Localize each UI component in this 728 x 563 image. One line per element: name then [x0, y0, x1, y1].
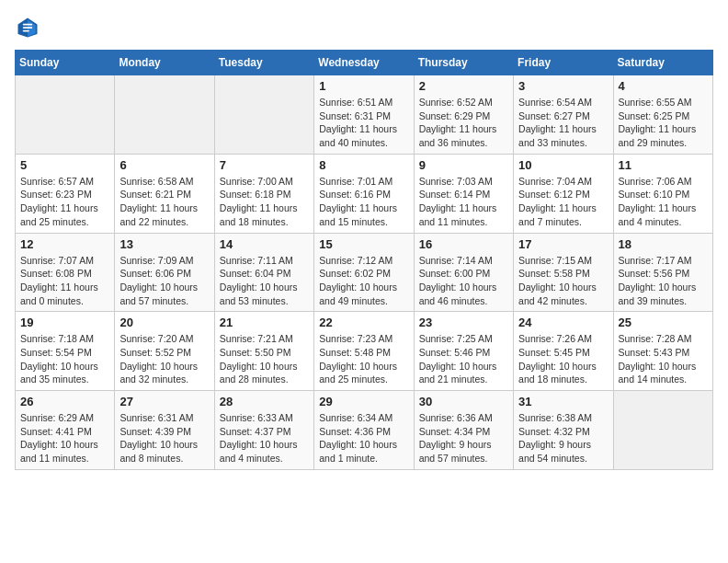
- calendar-cell: 21Sunrise: 7:21 AM Sunset: 5:50 PM Dayli…: [214, 312, 313, 391]
- svg-rect-3: [23, 27, 33, 29]
- weekday-header-row: SundayMondayTuesdayWednesdayThursdayFrid…: [16, 51, 713, 75]
- day-number: 17: [518, 237, 608, 251]
- day-number: 10: [518, 158, 608, 172]
- day-info: Sunrise: 6:54 AM Sunset: 6:27 PM Dayligh…: [518, 96, 608, 150]
- calendar-cell: 22Sunrise: 7:23 AM Sunset: 5:48 PM Dayli…: [314, 312, 414, 391]
- day-number: 19: [20, 316, 109, 329]
- day-number: 18: [619, 237, 708, 251]
- day-info: Sunrise: 6:58 AM Sunset: 6:21 PM Dayligh…: [119, 175, 209, 229]
- day-info: Sunrise: 7:26 AM Sunset: 5:45 PM Dayligh…: [518, 332, 608, 386]
- day-number: 24: [518, 316, 608, 329]
- calendar-cell: 27Sunrise: 6:31 AM Sunset: 4:39 PM Dayli…: [115, 391, 214, 470]
- day-number: 16: [419, 237, 508, 251]
- day-info: Sunrise: 6:51 AM Sunset: 6:31 PM Dayligh…: [319, 96, 408, 150]
- day-number: 28: [220, 395, 309, 408]
- day-number: 1: [319, 79, 408, 93]
- calendar-cell: 3Sunrise: 6:54 AM Sunset: 6:27 PM Daylig…: [514, 75, 613, 155]
- weekday-header-tuesday: Tuesday: [214, 51, 313, 75]
- day-number: 7: [220, 158, 309, 172]
- day-number: 21: [220, 316, 309, 329]
- calendar-cell: 10Sunrise: 7:04 AM Sunset: 6:12 PM Dayli…: [514, 154, 613, 233]
- day-info: Sunrise: 7:17 AM Sunset: 5:56 PM Dayligh…: [619, 254, 708, 308]
- weekday-header-thursday: Thursday: [414, 51, 513, 75]
- calendar-cell: 2Sunrise: 6:52 AM Sunset: 6:29 PM Daylig…: [414, 75, 513, 155]
- calendar-cell: [613, 391, 712, 470]
- day-info: Sunrise: 6:38 AM Sunset: 4:32 PM Dayligh…: [518, 411, 608, 465]
- day-info: Sunrise: 6:57 AM Sunset: 6:23 PM Dayligh…: [20, 175, 109, 229]
- day-info: Sunrise: 7:04 AM Sunset: 6:12 PM Dayligh…: [518, 175, 608, 229]
- day-info: Sunrise: 7:23 AM Sunset: 5:48 PM Dayligh…: [319, 332, 408, 386]
- calendar-cell: 26Sunrise: 6:29 AM Sunset: 4:41 PM Dayli…: [16, 391, 115, 470]
- logo-icon: [15, 15, 40, 40]
- calendar-table: SundayMondayTuesdayWednesdayThursdayFrid…: [15, 50, 713, 470]
- weekday-header-sunday: Sunday: [16, 51, 115, 75]
- calendar-cell: 29Sunrise: 6:34 AM Sunset: 4:36 PM Dayli…: [314, 391, 414, 470]
- day-info: Sunrise: 6:33 AM Sunset: 4:37 PM Dayligh…: [220, 411, 309, 465]
- day-info: Sunrise: 6:29 AM Sunset: 4:41 PM Dayligh…: [20, 411, 109, 465]
- day-info: Sunrise: 7:00 AM Sunset: 6:18 PM Dayligh…: [220, 175, 309, 229]
- weekday-header-saturday: Saturday: [613, 51, 712, 75]
- day-info: Sunrise: 6:31 AM Sunset: 4:39 PM Dayligh…: [119, 411, 209, 465]
- day-number: 5: [20, 158, 109, 172]
- weekday-header-monday: Monday: [115, 51, 214, 75]
- day-number: 30: [419, 395, 508, 408]
- calendar-week-row: 19Sunrise: 7:18 AM Sunset: 5:54 PM Dayli…: [16, 312, 713, 391]
- calendar-week-row: 26Sunrise: 6:29 AM Sunset: 4:41 PM Dayli…: [16, 391, 713, 470]
- day-info: Sunrise: 7:06 AM Sunset: 6:10 PM Dayligh…: [619, 175, 708, 229]
- calendar-cell: 25Sunrise: 7:28 AM Sunset: 5:43 PM Dayli…: [613, 312, 712, 391]
- day-number: 29: [319, 395, 408, 408]
- day-number: 14: [220, 237, 309, 251]
- calendar-cell: 15Sunrise: 7:12 AM Sunset: 6:02 PM Dayli…: [314, 233, 414, 312]
- calendar-cell: 14Sunrise: 7:11 AM Sunset: 6:04 PM Dayli…: [214, 233, 313, 312]
- calendar-week-row: 12Sunrise: 7:07 AM Sunset: 6:08 PM Dayli…: [16, 233, 713, 312]
- day-info: Sunrise: 7:12 AM Sunset: 6:02 PM Dayligh…: [319, 254, 408, 308]
- calendar-cell: 30Sunrise: 6:36 AM Sunset: 4:34 PM Dayli…: [414, 391, 513, 470]
- day-info: Sunrise: 6:52 AM Sunset: 6:29 PM Dayligh…: [419, 96, 508, 150]
- day-info: Sunrise: 7:20 AM Sunset: 5:52 PM Dayligh…: [119, 332, 209, 386]
- calendar-cell: 18Sunrise: 7:17 AM Sunset: 5:56 PM Dayli…: [613, 233, 712, 312]
- calendar-cell: 31Sunrise: 6:38 AM Sunset: 4:32 PM Dayli…: [514, 391, 613, 470]
- calendar-cell: 6Sunrise: 6:58 AM Sunset: 6:21 PM Daylig…: [115, 154, 214, 233]
- day-number: 31: [518, 395, 608, 408]
- calendar-cell: 24Sunrise: 7:26 AM Sunset: 5:45 PM Dayli…: [514, 312, 613, 391]
- svg-rect-4: [23, 30, 29, 32]
- day-number: 4: [619, 79, 708, 93]
- day-info: Sunrise: 7:28 AM Sunset: 5:43 PM Dayligh…: [619, 332, 708, 386]
- day-number: 27: [119, 395, 209, 408]
- calendar-cell: 16Sunrise: 7:14 AM Sunset: 6:00 PM Dayli…: [414, 233, 513, 312]
- page-header: [15, 15, 713, 40]
- day-number: 22: [319, 316, 408, 329]
- day-number: 23: [419, 316, 508, 329]
- day-info: Sunrise: 6:34 AM Sunset: 4:36 PM Dayligh…: [319, 411, 408, 465]
- calendar-cell: 9Sunrise: 7:03 AM Sunset: 6:14 PM Daylig…: [414, 154, 513, 233]
- day-number: 3: [518, 79, 608, 93]
- day-number: 6: [119, 158, 209, 172]
- calendar-cell: 11Sunrise: 7:06 AM Sunset: 6:10 PM Dayli…: [613, 154, 712, 233]
- day-number: 20: [119, 316, 209, 329]
- calendar-cell: 28Sunrise: 6:33 AM Sunset: 4:37 PM Dayli…: [214, 391, 313, 470]
- calendar-cell: 7Sunrise: 7:00 AM Sunset: 6:18 PM Daylig…: [214, 154, 313, 233]
- calendar-cell: 20Sunrise: 7:20 AM Sunset: 5:52 PM Dayli…: [115, 312, 214, 391]
- day-info: Sunrise: 7:11 AM Sunset: 6:04 PM Dayligh…: [220, 254, 309, 308]
- day-number: 15: [319, 237, 408, 251]
- day-number: 11: [619, 158, 708, 172]
- day-info: Sunrise: 7:03 AM Sunset: 6:14 PM Dayligh…: [419, 175, 508, 229]
- day-info: Sunrise: 7:21 AM Sunset: 5:50 PM Dayligh…: [220, 332, 309, 386]
- logo: [15, 15, 44, 40]
- calendar-cell: 12Sunrise: 7:07 AM Sunset: 6:08 PM Dayli…: [16, 233, 115, 312]
- day-number: 2: [419, 79, 508, 93]
- day-info: Sunrise: 7:25 AM Sunset: 5:46 PM Dayligh…: [419, 332, 508, 386]
- day-info: Sunrise: 6:55 AM Sunset: 6:25 PM Dayligh…: [619, 96, 708, 150]
- day-number: 8: [319, 158, 408, 172]
- day-info: Sunrise: 7:01 AM Sunset: 6:16 PM Dayligh…: [319, 175, 408, 229]
- day-info: Sunrise: 7:14 AM Sunset: 6:00 PM Dayligh…: [419, 254, 508, 308]
- day-info: Sunrise: 6:36 AM Sunset: 4:34 PM Dayligh…: [419, 411, 508, 465]
- day-number: 12: [20, 237, 109, 251]
- calendar-cell: [214, 75, 313, 155]
- calendar-week-row: 5Sunrise: 6:57 AM Sunset: 6:23 PM Daylig…: [16, 154, 713, 233]
- day-number: 25: [619, 316, 708, 329]
- day-number: 26: [20, 395, 109, 408]
- calendar-cell: 17Sunrise: 7:15 AM Sunset: 5:58 PM Dayli…: [514, 233, 613, 312]
- day-info: Sunrise: 7:15 AM Sunset: 5:58 PM Dayligh…: [518, 254, 608, 308]
- calendar-cell: 5Sunrise: 6:57 AM Sunset: 6:23 PM Daylig…: [16, 154, 115, 233]
